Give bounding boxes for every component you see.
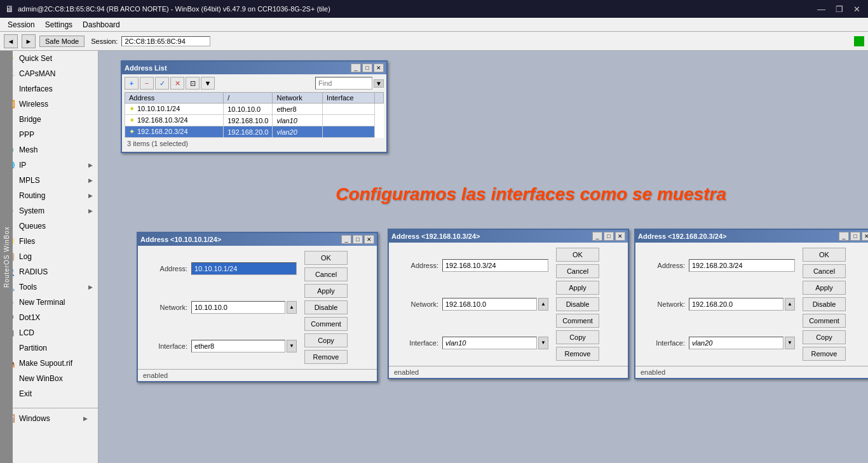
addr-d2-apply-btn[interactable]: Apply — [556, 281, 599, 295]
minimize-btn[interactable]: — — [815, 3, 828, 15]
menu-settings[interactable]: Settings — [40, 19, 78, 30]
addr-d1-minimize-btn[interactable]: _ — [341, 235, 351, 244]
addr-d1-close-btn[interactable]: ✕ — [364, 235, 374, 244]
sidebar-item-tools[interactable]: 🔧 Tools ▶ — [0, 279, 98, 295]
addr-scroll-arrow[interactable]: ▼ — [374, 79, 384, 88]
addr-list-close-btn[interactable]: ✕ — [374, 64, 384, 72]
sidebar-item-dot1x[interactable]: ⦿ Dot1X — [0, 310, 98, 325]
addr-d1-network-input[interactable] — [191, 301, 285, 314]
addr-d1-disable-btn[interactable]: Disable — [304, 300, 348, 314]
addr-d3-ok-btn[interactable]: OK — [803, 248, 846, 262]
sidebar-item-ip[interactable]: 🌐 IP ▶ — [0, 158, 98, 173]
sidebar-item-radius[interactable]: 👤 RADIUS — [0, 264, 98, 279]
sidebar-item-capsman[interactable]: 📡 CAPsMAN — [0, 66, 98, 81]
addr-d3-close-btn[interactable]: ✕ — [862, 232, 868, 241]
sidebar-item-log[interactable]: 📋 Log — [0, 249, 98, 264]
addr-d2-close-btn[interactable]: ✕ — [615, 232, 625, 241]
menu-dashboard[interactable]: Dashboard — [78, 19, 125, 30]
addr-detail-3-titlebar[interactable]: Address <192.168.20.3/24> _ □ ✕ — [635, 230, 868, 243]
addr-d1-apply-btn[interactable]: Apply — [304, 284, 348, 298]
sidebar-item-new-winbox[interactable]: 🖥 New WinBox — [0, 371, 98, 386]
addr-d3-apply-btn[interactable]: Apply — [803, 281, 846, 295]
col-address[interactable]: Address — [125, 93, 224, 104]
col-sort[interactable]: / — [224, 93, 273, 104]
safe-mode-button[interactable]: Safe Mode — [39, 36, 85, 47]
forward-button[interactable]: ► — [22, 34, 36, 48]
addr-d1-network-up-btn[interactable]: ▲ — [287, 301, 297, 314]
addr-d2-copy-btn[interactable]: Copy — [556, 330, 599, 344]
addr-d3-minimize-btn[interactable]: _ — [839, 232, 849, 241]
addr-d3-maximize-btn[interactable]: □ — [850, 232, 860, 241]
back-button[interactable]: ◄ — [4, 34, 18, 48]
close-btn[interactable]: ✕ — [851, 3, 863, 15]
addr-d2-cancel-btn[interactable]: Cancel — [556, 264, 599, 278]
col-network[interactable]: Network — [273, 93, 322, 104]
addr-d2-remove-btn[interactable]: Remove — [556, 347, 599, 361]
addr-d1-copy-btn[interactable]: Copy — [304, 333, 348, 347]
addr-d3-disable-btn[interactable]: Disable — [803, 297, 846, 311]
sidebar-item-bridge[interactable]: ⊡ Bridge — [0, 112, 98, 127]
addr-d3-cancel-btn[interactable]: Cancel — [803, 264, 846, 278]
addr-list-maximize-btn[interactable]: □ — [362, 64, 372, 72]
addr-d3-network-up-btn[interactable]: ▲ — [785, 298, 795, 311]
table-row[interactable]: ✦10.10.10.1/24 10.10.10.0 ether8 — [125, 104, 384, 115]
addr-check-btn[interactable]: ✓ — [155, 77, 169, 90]
addr-d1-remove-btn[interactable]: Remove — [304, 350, 348, 364]
addr-copy-btn[interactable]: ⊡ — [186, 77, 200, 90]
addr-list-minimize-btn[interactable]: _ — [351, 64, 361, 72]
sidebar-item-queues[interactable]: ≡ Queues — [0, 218, 98, 234]
addr-d3-interface-input[interactable] — [689, 337, 783, 349]
addr-d1-interface-input[interactable] — [191, 340, 285, 352]
sidebar-item-ppp[interactable]: + PPP — [0, 127, 98, 142]
addr-d3-interface-dropdown-btn[interactable]: ▼ — [785, 337, 795, 349]
addr-detail-2-titlebar[interactable]: Address <192.168.10.3/24> _ □ ✕ — [389, 230, 628, 243]
sidebar-item-wireless[interactable]: 📶 Wireless — [0, 97, 98, 112]
sidebar-item-interfaces[interactable]: ⊞ Interfaces — [0, 81, 98, 97]
addr-d2-network-input[interactable] — [442, 298, 537, 311]
addr-d1-cancel-btn[interactable]: Cancel — [304, 267, 348, 281]
addr-d2-interface-input[interactable] — [442, 337, 537, 349]
addr-d2-address-input[interactable] — [442, 259, 548, 272]
addr-d1-comment-btn[interactable]: Comment — [304, 317, 348, 331]
addr-d3-copy-btn[interactable]: Copy — [803, 330, 846, 344]
addr-d3-remove-btn[interactable]: Remove — [803, 347, 846, 361]
addr-d2-maximize-btn[interactable]: □ — [604, 232, 614, 241]
sidebar-item-quick-set[interactable]: ⚡ Quick Set — [0, 51, 98, 66]
table-row[interactable]: ✦192.168.10.3/24 192.168.10.0 vlan10 — [125, 115, 384, 126]
sidebar-item-lcd[interactable]: ▤ LCD — [0, 325, 98, 340]
sidebar-item-mpls[interactable]: ⊞ MPLS ▶ — [0, 173, 98, 188]
sidebar-item-exit[interactable]: ✖ Exit — [0, 386, 98, 401]
addr-d1-ok-btn[interactable]: OK — [304, 251, 348, 265]
addr-x-btn[interactable]: ✕ — [170, 77, 184, 90]
sidebar-item-files[interactable]: 📁 Files — [0, 234, 98, 249]
addr-remove-btn[interactable]: − — [140, 77, 154, 90]
table-row[interactable]: ✦192.168.20.3/24 192.168.20.0 vlan20 — [125, 126, 384, 138]
addr-d3-comment-btn[interactable]: Comment — [803, 314, 846, 328]
sidebar-item-new-terminal[interactable]: ▶ New Terminal — [0, 295, 98, 310]
col-interface[interactable]: Interface — [322, 93, 374, 104]
addr-d1-maximize-btn[interactable]: □ — [353, 235, 363, 244]
addr-d1-address-input[interactable] — [191, 262, 297, 275]
addr-d2-network-up-btn[interactable]: ▲ — [538, 298, 548, 311]
sidebar-item-routing[interactable]: ↔ Routing ▶ — [0, 188, 98, 203]
sidebar-item-system[interactable]: ⚙ System ▶ — [0, 203, 98, 218]
sidebar-item-make-supout[interactable]: 📤 Make Supout.rif — [0, 356, 98, 371]
addr-d1-interface-dropdown-btn[interactable]: ▼ — [287, 340, 297, 352]
sidebar-item-partition[interactable]: ⊙ Partition — [0, 340, 98, 356]
sidebar-item-windows[interactable]: 🪟 Windows ▶ — [5, 411, 93, 426]
addr-filter-btn[interactable]: ▼ — [201, 77, 215, 90]
session-input[interactable] — [121, 36, 210, 46]
addr-add-btn[interactable]: + — [125, 77, 139, 90]
sidebar-item-mesh[interactable]: ⬡ Mesh — [0, 142, 98, 158]
addr-d2-interface-dropdown-btn[interactable]: ▼ — [538, 337, 548, 349]
menu-session[interactable]: Session — [3, 19, 40, 30]
addr-d2-minimize-btn[interactable]: _ — [592, 232, 602, 241]
address-list-titlebar[interactable]: Address List _ □ ✕ — [122, 62, 386, 74]
addr-d2-comment-btn[interactable]: Comment — [556, 314, 599, 328]
addr-d2-ok-btn[interactable]: OK — [556, 248, 599, 262]
maximize-btn[interactable]: ❐ — [833, 3, 846, 15]
addr-d2-disable-btn[interactable]: Disable — [556, 297, 599, 311]
addr-find-input[interactable] — [315, 77, 372, 90]
addr-detail-1-titlebar[interactable]: Address <10.10.10.1/24> _ □ ✕ — [138, 233, 377, 246]
addr-d3-address-input[interactable] — [689, 259, 795, 272]
